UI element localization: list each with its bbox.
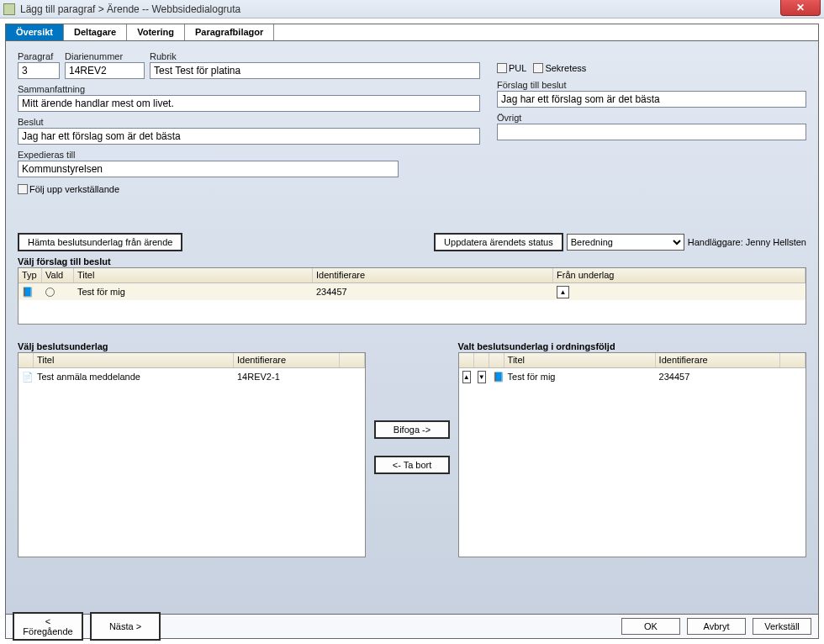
col-fran-underlag[interactable]: Från underlag — [553, 268, 806, 282]
pul-label: PUL — [509, 63, 526, 73]
checkbox-icon — [497, 63, 507, 73]
radio-icon[interactable] — [45, 288, 55, 297]
tab-deltagare[interactable]: Deltagare — [64, 24, 127, 40]
col-ident-right[interactable]: Identifierare — [656, 353, 780, 367]
right-row-ident: 234457 — [656, 370, 780, 383]
tab-oversikt[interactable]: Översikt — [6, 24, 64, 40]
content-panel: Paragraf Diarienummer Rubrik Sammanfattn… — [5, 41, 819, 625]
ovrigt-label: Övrigt — [497, 113, 806, 123]
col-typ[interactable]: Typ — [18, 268, 42, 282]
close-icon: ✕ — [796, 2, 805, 13]
close-button[interactable]: ✕ — [780, 0, 821, 16]
apply-button[interactable]: Verkställ — [753, 618, 811, 635]
checkbox-icon — [18, 184, 28, 194]
col-spacer — [18, 353, 34, 367]
col-spacer — [780, 353, 806, 367]
collapse-up-icon[interactable]: ▲ — [557, 286, 569, 298]
col-spacer — [459, 353, 474, 367]
beslut-label: Beslut — [18, 117, 480, 127]
handlaggare-label: Handläggare: Jenny Hellsten — [688, 237, 806, 247]
prev-button[interactable]: < Föregående — [13, 612, 83, 641]
forslag-till-beslut-input[interactable] — [497, 91, 806, 108]
status-select[interactable]: Beredning — [567, 234, 684, 251]
col-titel[interactable]: Titel — [74, 268, 313, 282]
left-row-titel: Test anmäla meddelande — [34, 370, 234, 383]
pul-checkbox[interactable]: PUL — [497, 63, 526, 73]
hamta-beslutsunderlag-button[interactable]: Hämta beslutsunderlag från ärende — [18, 233, 182, 251]
sammanfattning-label: Sammanfattning — [18, 84, 480, 94]
rubrik-label: Rubrik — [150, 51, 480, 61]
col-spacer — [489, 353, 504, 367]
folj-upp-text: Följ upp verkställande — [29, 184, 119, 194]
list-row[interactable]: ▲ ▼ 📘 Test för mig 234457 — [459, 368, 806, 385]
paragraf-label: Paragraf — [18, 51, 60, 61]
col-spacer — [474, 353, 489, 367]
move-up-icon[interactable]: ▲ — [462, 371, 471, 383]
folj-upp-checkbox-label[interactable]: Följ upp verkställande — [18, 184, 119, 194]
valj-forslag-label: Välj förslag till beslut — [18, 256, 806, 267]
next-button[interactable]: Nästa > — [90, 612, 161, 641]
left-row-ident: 14REV2-1 — [234, 370, 340, 383]
title-bar: Lägg till paragraf > Ärende -- Webbsided… — [0, 0, 824, 18]
valt-ordning-list: Titel Identifierare ▲ ▼ 📘 Test för mig 2… — [458, 352, 806, 557]
forslag-till-beslut-label: Förslag till beslut — [497, 80, 806, 90]
checkbox-icon — [533, 63, 543, 73]
col-spacer — [340, 353, 365, 367]
tab-paragrafbilagor[interactable]: Paragrafbilagor — [185, 24, 274, 40]
list-row[interactable]: 📄 Test anmäla meddelande 14REV2-1 — [18, 368, 365, 385]
app-icon — [3, 3, 15, 15]
forslag-grid: Typ Vald Titel Identifierare Från underl… — [18, 267, 806, 325]
bottom-bar: < Föregående Nästa > OK Avbryt Verkställ — [5, 614, 819, 639]
document-icon: 📘 — [22, 286, 34, 298]
tab-strip: Översikt Deltagare Votering Paragrafbila… — [5, 24, 819, 41]
col-titel-left[interactable]: Titel — [34, 353, 234, 367]
sekretess-checkbox[interactable]: Sekretess — [533, 63, 586, 73]
bifoga-button[interactable]: Bifoga -> — [374, 420, 450, 439]
valt-ordning-label: Valt beslutsunderlag i ordningsföljd — [458, 341, 806, 351]
forslag-row[interactable]: 📘 Test för mig 234457 ▲ — [18, 283, 806, 300]
beslutsunderlag-list: Titel Identifierare 📄 Test anmäla meddel… — [18, 352, 366, 557]
forslag-titel: Test för mig — [74, 285, 313, 298]
col-vald[interactable]: Vald — [42, 268, 74, 282]
forslag-ident: 234457 — [313, 285, 553, 298]
valj-beslutsunderlag-label: Välj beslutsunderlag — [18, 341, 366, 351]
beslut-input[interactable] — [18, 128, 480, 145]
rubrik-input[interactable] — [150, 62, 480, 79]
diarienummer-input[interactable] — [65, 62, 145, 79]
col-ident-left[interactable]: Identifierare — [234, 353, 340, 367]
diarienummer-label: Diarienummer — [65, 51, 145, 61]
tab-votering[interactable]: Votering — [127, 24, 185, 40]
ta-bort-button[interactable]: <- Ta bort — [374, 456, 450, 474]
document-icon: 📄 — [22, 371, 34, 383]
sekretess-label: Sekretess — [545, 63, 586, 73]
cancel-button[interactable]: Avbryt — [687, 618, 746, 635]
uppdatera-status-button[interactable]: Uppdatera ärendets status — [434, 233, 563, 251]
expedieras-label: Expedieras till — [18, 150, 480, 160]
sammanfattning-input[interactable] — [18, 95, 480, 112]
document-icon: 📘 — [493, 371, 504, 383]
paragraf-input[interactable] — [18, 62, 60, 79]
ok-button[interactable]: OK — [621, 618, 680, 635]
ovrigt-input[interactable] — [497, 124, 806, 140]
move-down-icon[interactable]: ▼ — [478, 371, 486, 383]
expedieras-input[interactable] — [18, 161, 399, 177]
col-titel-right[interactable]: Titel — [504, 353, 656, 367]
window-title: Lägg till paragraf > Ärende -- Webbsided… — [20, 3, 240, 15]
col-identifierare[interactable]: Identifierare — [313, 268, 553, 282]
right-row-titel: Test för mig — [504, 370, 656, 383]
